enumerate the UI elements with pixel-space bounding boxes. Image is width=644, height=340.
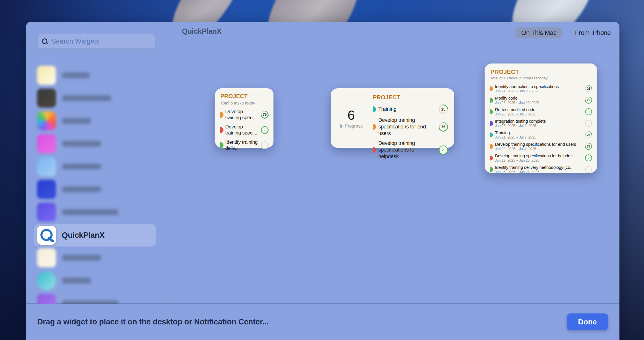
sidebar-item-redacted[interactable] bbox=[37, 180, 101, 199]
task-row: Identify training delivery methodology (… bbox=[490, 164, 593, 175]
app-label-redacted bbox=[62, 300, 118, 304]
app-label-redacted bbox=[62, 209, 118, 215]
search-field[interactable] bbox=[37, 34, 155, 49]
task-list: Training25Develop training specification… bbox=[373, 104, 449, 160]
widget-title: PROJECT bbox=[490, 68, 593, 75]
app-icon-redacted bbox=[37, 157, 56, 176]
task-marker bbox=[373, 124, 376, 130]
task-progress-badge: ✓ bbox=[261, 126, 269, 134]
app-icon-redacted bbox=[37, 294, 56, 304]
sidebar-divider bbox=[165, 22, 165, 304]
footer-bar: Drag a widget to place it on the desktop… bbox=[26, 304, 619, 340]
sidebar-item-redacted[interactable] bbox=[37, 203, 118, 222]
task-marker bbox=[490, 98, 493, 103]
task-title: Develop training specifications for help… bbox=[495, 153, 585, 158]
task-list: Identify anomalies to specificationsJun … bbox=[490, 83, 593, 175]
task-marker bbox=[490, 109, 493, 114]
task-progress-badge: 25 bbox=[585, 131, 592, 138]
task-progress-badge bbox=[261, 141, 269, 149]
quickplanx-app-icon bbox=[37, 226, 56, 245]
task-progress-badge: 75 bbox=[261, 111, 269, 119]
app-icon-redacted bbox=[37, 180, 56, 199]
task-dates: Jun 23, 2025 ~ Jun 25, 2025 bbox=[495, 158, 585, 162]
sidebar-item-redacted[interactable] bbox=[37, 294, 118, 304]
task-dates: Jun 26, 2025 ~ Jun 29, 2025 bbox=[495, 101, 585, 105]
task-row: Modify codeJun 26, 2025 ~ Jun 29, 202575 bbox=[490, 94, 593, 106]
search-icon bbox=[42, 38, 48, 44]
widget-small[interactable]: PROJECT Total 5 tasks today Develop trai… bbox=[215, 88, 273, 148]
task-marker bbox=[220, 142, 224, 148]
task-row: Develop training speci...75 bbox=[220, 108, 269, 121]
sidebar-item-redacted[interactable] bbox=[37, 111, 91, 130]
task-marker bbox=[220, 112, 224, 118]
task-title: Identify training delivery methodology (… bbox=[495, 165, 585, 170]
app-icon-redacted bbox=[37, 203, 56, 222]
app-label-redacted bbox=[62, 186, 101, 192]
search-input[interactable] bbox=[51, 37, 151, 46]
app-label-redacted bbox=[62, 278, 91, 283]
task-row: Identify training deliv... bbox=[220, 139, 269, 152]
sidebar-item-redacted[interactable] bbox=[37, 248, 101, 267]
task-marker bbox=[373, 106, 376, 112]
task-marker bbox=[490, 156, 493, 160]
task-row: Identify anomalies to specificationsJun … bbox=[490, 83, 593, 94]
widget-subtitle: Total of 10 tasks in progress today bbox=[490, 76, 593, 80]
app-icon-redacted bbox=[37, 248, 56, 267]
task-title: Identify anomalies to specifications bbox=[495, 84, 585, 89]
done-button[interactable]: Done bbox=[567, 313, 608, 330]
source-toggle: On This MacFrom iPhone bbox=[515, 27, 617, 38]
task-title: Integration testing complete bbox=[495, 119, 585, 124]
task-title: Develop training specifications for help… bbox=[378, 140, 439, 160]
task-dates: Jun 26, 2025 ~ Jun 21, 2025 bbox=[495, 170, 585, 174]
task-progress-badge bbox=[585, 166, 592, 173]
tab-from-iphone[interactable]: From iPhone bbox=[569, 27, 617, 38]
app-label-redacted bbox=[62, 255, 101, 261]
sidebar-item-redacted[interactable] bbox=[37, 157, 101, 176]
in-progress-count: 6 bbox=[347, 107, 355, 123]
task-dates: Jun 26, 2025 ~ Jul 3, 2025 bbox=[495, 112, 585, 116]
in-progress-label: In Progress bbox=[340, 124, 363, 129]
app-icon-redacted bbox=[37, 111, 56, 130]
widget-title: PROJECT bbox=[373, 94, 449, 101]
task-title: Develop training specifications for end … bbox=[378, 117, 439, 137]
task-progress-badge: 75 bbox=[585, 97, 592, 104]
task-marker bbox=[373, 147, 376, 153]
task-progress-badge: ✓ bbox=[585, 154, 592, 161]
task-row: Develop training speci...✓ bbox=[220, 124, 269, 136]
app-label-redacted bbox=[62, 72, 90, 78]
widget-title: PROJECT bbox=[220, 93, 269, 100]
task-title: Training bbox=[378, 106, 439, 113]
sidebar-item-redacted[interactable] bbox=[37, 89, 111, 108]
app-label-redacted bbox=[62, 95, 111, 101]
app-label-redacted bbox=[62, 141, 101, 147]
page-title: QuickPlanX bbox=[182, 27, 222, 36]
task-progress-badge: ✓ bbox=[585, 108, 592, 115]
tab-on-this-mac[interactable]: On This Mac bbox=[515, 27, 562, 38]
widget-large[interactable]: PROJECT Total of 10 tasks in progress to… bbox=[485, 63, 597, 173]
task-row: TrainingJun 21, 2025 ~ Jul 7, 202525 bbox=[490, 129, 593, 141]
sidebar-item-redacted[interactable] bbox=[37, 134, 101, 153]
task-progress-badge: 75 bbox=[439, 122, 448, 132]
sidebar-item-quickplanx[interactable]: QuickPlanX bbox=[34, 224, 156, 246]
task-marker bbox=[490, 144, 493, 149]
sidebar-item-redacted[interactable] bbox=[37, 66, 90, 85]
task-title: Modify code bbox=[495, 96, 585, 100]
widget-medium[interactable]: 6 In Progress PROJECT Training25Develop … bbox=[331, 88, 454, 148]
in-progress-summary: 6 In Progress bbox=[331, 88, 372, 148]
task-list: Develop training speci...75Develop train… bbox=[220, 108, 269, 152]
task-title: Develop training speci... bbox=[225, 124, 258, 136]
task-dates: Jun 21, 2025 ~ Jun 25, 2025 bbox=[495, 89, 585, 93]
sidebar-item-label: QuickPlanX bbox=[62, 231, 105, 240]
app-list: QuickPlanX bbox=[26, 62, 165, 304]
task-dates: Jun 21, 2025 ~ Jul 7, 2025 bbox=[495, 135, 585, 139]
task-row: Training25 bbox=[373, 104, 449, 114]
widget-gallery-panel: QuickPlanX On This MacFrom iPhone QuickP… bbox=[26, 22, 619, 340]
task-title: Identify training deliv... bbox=[225, 139, 258, 151]
task-dates: Jun 26, 2025 ~ Jul 8, 2025 bbox=[495, 124, 585, 128]
app-icon-redacted bbox=[37, 271, 56, 290]
task-marker bbox=[490, 132, 493, 137]
task-progress-badge: 75 bbox=[585, 143, 592, 150]
app-icon-redacted bbox=[37, 66, 56, 85]
task-title: Re-test modified code bbox=[495, 107, 585, 112]
sidebar-item-redacted[interactable] bbox=[37, 271, 91, 290]
